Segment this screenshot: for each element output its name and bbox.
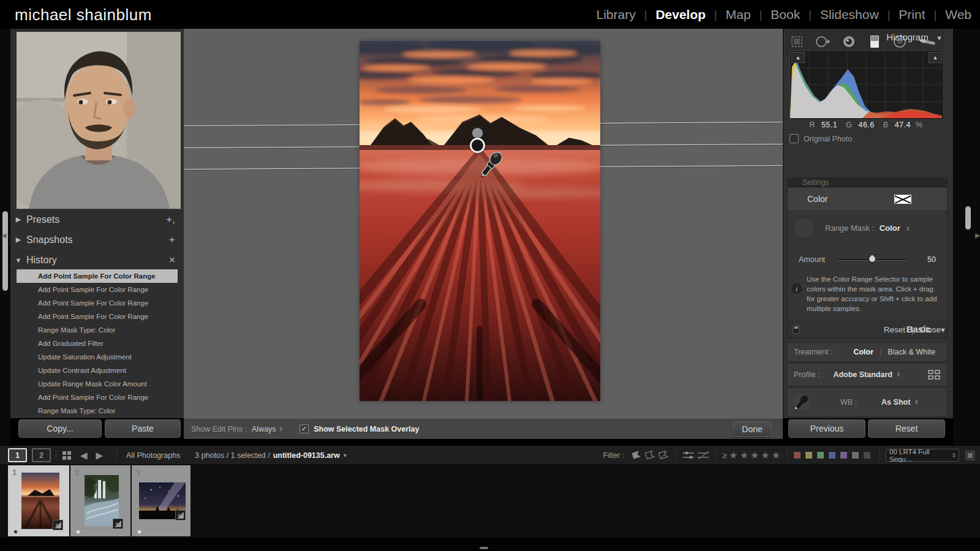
selected-filename[interactable]: untitled-09135.arw	[273, 451, 340, 460]
copy-button[interactable]: Copy...	[18, 419, 102, 438]
expand-snapshots-icon[interactable]: ▶	[10, 236, 26, 244]
filter-toggle-icon[interactable]	[965, 451, 975, 460]
collapse-basic-icon[interactable]: ▼	[940, 326, 946, 334]
filter-preset-dropdown[interactable]: 00 LRT4 Full Sequ... ⇕	[886, 449, 959, 462]
color-label-filter[interactable]	[828, 451, 836, 459]
history-item[interactable]: Add Point Sample For Color Range	[17, 283, 178, 296]
basic-panel-header[interactable]: Basic ▼	[783, 324, 946, 335]
history-item[interactable]: Add Point Sample For Color Range	[17, 296, 178, 310]
amount-slider-thumb[interactable]	[868, 254, 876, 263]
wb-eyedropper-icon[interactable]	[791, 391, 812, 413]
presets-panel-header[interactable]: ▶ Presets +,	[10, 209, 184, 230]
original-photo-checkbox[interactable]	[790, 134, 799, 143]
grid-view-icon[interactable]	[62, 451, 72, 460]
right-scrollbar[interactable]	[965, 206, 971, 230]
highlight-clipping-indicator[interactable]: ▲	[929, 52, 942, 63]
reset-button[interactable]: Reset	[868, 419, 945, 438]
profile-updown-icon[interactable]: ⇕	[896, 372, 900, 378]
expand-presets-icon[interactable]: ▶	[10, 216, 26, 223]
paste-button[interactable]: Paste	[105, 419, 181, 438]
flag-rejected-filter-icon[interactable]	[657, 451, 671, 460]
module-tab-map[interactable]: Map	[717, 7, 760, 22]
effect-color-row[interactable]: Color	[788, 187, 947, 211]
color-label-filter[interactable]	[851, 451, 859, 459]
filmstrip-cell-selected[interactable]: 1 + ★	[8, 465, 69, 536]
wb-updown-icon[interactable]: ⇕	[914, 399, 918, 405]
settings-header-clipped[interactable]: Settings	[788, 178, 947, 187]
main-window-button[interactable]: 1	[8, 448, 27, 462]
photo-canvas[interactable]	[360, 41, 600, 401]
histogram-panel-header[interactable]: Histogram ▼	[783, 32, 943, 43]
filmstrip-cell[interactable]: 2 + ★	[70, 465, 130, 536]
second-window-button[interactable]: 2	[32, 448, 51, 462]
history-item[interactable]: Update Contrast Adjustment	[17, 364, 178, 377]
module-tab-print[interactable]: Print	[890, 7, 933, 22]
history-item[interactable]: Add Point Sample For Color Range	[17, 391, 178, 404]
module-tab-develop[interactable]: Develop	[647, 7, 714, 22]
color-label-filter[interactable]	[863, 451, 871, 459]
history-panel-header[interactable]: ▼ History ×	[10, 249, 184, 271]
mask-overlay-label[interactable]: Show Selected Mask Overlay	[314, 425, 419, 433]
history-item[interactable]: Add Point Sample For Color Range	[17, 310, 178, 323]
color-range-selector-eyedropper[interactable]	[477, 148, 505, 182]
collapse-history-icon[interactable]: ▼	[10, 257, 26, 264]
show-edit-pins-updown-icon[interactable]: ⇕	[279, 426, 283, 432]
filmstrip-cell[interactable]: 3 + ★	[132, 465, 190, 536]
filmstrip-collapse-handle[interactable]	[480, 547, 488, 549]
module-tab-web[interactable]: Web	[937, 7, 980, 22]
module-tab-book[interactable]: Book	[762, 7, 809, 22]
module-tab-library[interactable]: Library	[588, 7, 644, 22]
collapse-histogram-icon[interactable]: ▼	[936, 34, 943, 42]
adjustment-badge-icon[interactable]: +	[113, 519, 123, 529]
collapse-right-panel-icon[interactable]: ▶	[975, 231, 980, 239]
create-preset-icon[interactable]: +,	[166, 214, 175, 226]
thumb-star-icon[interactable]: ★	[137, 528, 142, 535]
previous-photo-icon[interactable]: ◀	[80, 450, 88, 461]
history-item[interactable]: Update Saturation Adjustment	[17, 350, 178, 364]
histogram-display[interactable]: ▲ ▲	[790, 50, 944, 120]
left-scrollbar[interactable]	[2, 211, 8, 291]
amount-slider[interactable]	[838, 259, 907, 261]
range-mask-updown-icon[interactable]: ⇕	[905, 226, 910, 232]
color-label-filter[interactable]	[793, 451, 801, 459]
collapse-left-panel-icon[interactable]: ◀	[1, 231, 6, 239]
edited-filter-icon[interactable]	[682, 451, 696, 460]
range-mask-value[interactable]: Color	[880, 223, 900, 233]
history-item[interactable]: Range Mask Type: Color	[17, 404, 178, 418]
next-photo-icon[interactable]: ▶	[96, 450, 104, 461]
flag-unflagged-filter-icon[interactable]	[644, 451, 657, 460]
rating-gte-icon[interactable]: ≥	[722, 451, 726, 460]
flag-picked-filter-icon[interactable]	[630, 451, 644, 460]
original-photo-row[interactable]: Original Photo	[790, 134, 852, 143]
module-tab-slideshow[interactable]: Slideshow	[812, 7, 888, 22]
adjustment-badge-icon[interactable]: +	[53, 520, 63, 530]
mask-overlay-checkbox[interactable]: ✓	[300, 424, 309, 433]
unedited-filter-icon[interactable]	[696, 451, 711, 460]
snapshots-panel-header[interactable]: ▶ Snapshots +	[10, 229, 184, 250]
create-snapshot-icon[interactable]: +	[169, 234, 175, 246]
treatment-bw-option[interactable]: Black & White	[888, 348, 935, 356]
history-item[interactable]: Range Mask Type: Color	[17, 323, 178, 337]
source-indicator[interactable]: All Photographs	[126, 451, 180, 460]
treatment-color-option[interactable]: Color	[853, 348, 873, 356]
shadow-clipping-indicator[interactable]: ▲	[791, 52, 805, 63]
wb-select[interactable]: As Shot	[881, 398, 910, 407]
adjustment-badge-icon[interactable]: +	[175, 510, 186, 520]
previous-button[interactable]: Previous	[788, 419, 865, 438]
done-button[interactable]: Done	[733, 421, 772, 437]
source-menu-icon[interactable]: ▾	[344, 452, 347, 459]
thumb-star-icon[interactable]: ★	[75, 528, 81, 535]
color-label-filter[interactable]	[840, 451, 848, 459]
profile-browser-icon[interactable]	[927, 369, 941, 380]
history-item[interactable]: Update Range Mask Color Amount	[17, 377, 178, 391]
star-rating-filter[interactable]: ★★★★★	[729, 449, 782, 461]
clear-history-icon[interactable]: ×	[169, 254, 175, 266]
thumb-star-icon[interactable]: ★	[13, 528, 18, 535]
show-edit-pins-select[interactable]: Always	[252, 425, 276, 433]
color-label-filter[interactable]	[816, 451, 824, 459]
amount-value[interactable]: 50	[927, 255, 936, 264]
profile-select[interactable]: Adobe Standard	[833, 370, 892, 379]
color-swatch-none-icon[interactable]	[894, 195, 911, 204]
history-item[interactable]: Add Point Sample For Color Range	[17, 269, 178, 283]
history-item[interactable]: Add Graduated Filter	[17, 337, 178, 350]
